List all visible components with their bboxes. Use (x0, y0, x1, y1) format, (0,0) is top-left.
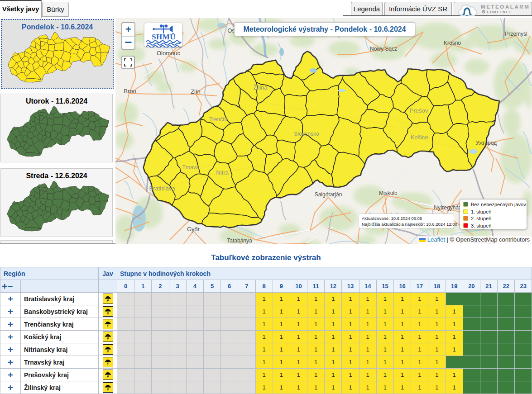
svg-text:Miskolc: Miskolc (379, 190, 397, 196)
svg-text:Trenčín: Trenčín (209, 116, 227, 123)
svg-text:Nowy Sącz: Nowy Sącz (370, 46, 397, 52)
svg-text:Nitra: Nitra (216, 169, 229, 176)
svg-text:Bratislava: Bratislava (149, 185, 175, 192)
svg-text:Salgótarján: Salgótarján (315, 191, 342, 198)
svg-text:Košice: Košice (410, 134, 428, 141)
svg-text:Žilina: Žilina (253, 84, 268, 91)
svg-text:Prešov: Prešov (410, 107, 428, 114)
svg-text:Trnava: Trnava (182, 164, 199, 171)
svg-text:Przemyśl: Przemyśl (505, 31, 527, 37)
svg-text:Slovensko: Slovensko (294, 131, 319, 137)
svg-text:Olomouc: Olomouc (157, 50, 181, 57)
svg-text:Győr: Győr (187, 226, 200, 233)
svg-text:Brno: Brno (124, 88, 136, 95)
svg-text:Krosno: Krosno (444, 40, 461, 46)
svg-text:Ужгород: Ужгород (476, 140, 497, 146)
svg-text:Tatabánya: Tatabánya (227, 237, 252, 244)
svg-text:Zlín: Zlín (191, 88, 201, 95)
svg-text:SHMÜ: SHMÜ (152, 33, 176, 41)
